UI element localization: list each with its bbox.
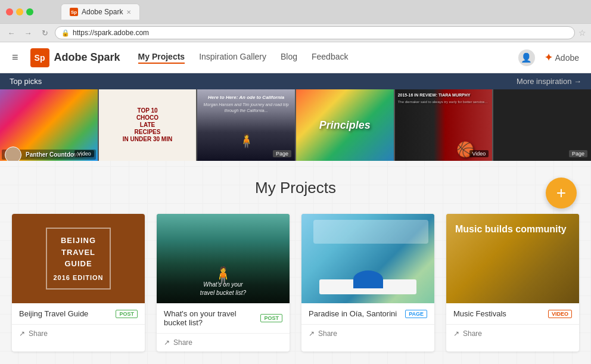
more-inspiration-link[interactable]: More inspiration → <box>517 77 581 86</box>
beijing-thumb-content: BEIJING TRAVEL GUIDE 2016 EDITION <box>46 228 110 290</box>
browser-tab[interactable]: Sp Adobe Spark ✕ <box>61 4 140 20</box>
minimize-button[interactable] <box>16 8 23 15</box>
projects-grid: BEIJING TRAVEL GUIDE 2016 EDITION Beijin… <box>12 214 579 351</box>
app-title: Adobe Spark <box>54 51 120 64</box>
travel-thumb-text: What's on yourtravel bucket list? <box>157 281 290 297</box>
project-thumb-santorini <box>301 214 434 303</box>
project-actions-music[interactable]: ↗ Share <box>446 325 579 343</box>
add-project-button[interactable]: + <box>546 178 577 209</box>
logo-icon: Sp <box>30 48 49 67</box>
project-title-music: Music Festivals <box>453 309 506 318</box>
forward-button[interactable]: → <box>21 26 35 39</box>
browser-chrome: Sp Adobe Spark ✕ ← → ↻ 🔒 https://spark.a… <box>0 0 591 42</box>
maximize-button[interactable] <box>26 8 33 15</box>
project-actions-santorini[interactable]: ↗ Share <box>301 325 434 343</box>
project-thumb-beijing: BEIJING TRAVEL GUIDE 2016 EDITION <box>12 214 145 303</box>
share-label-music: Share <box>463 329 482 338</box>
main-nav: My Projects Inspiration Gallery Blog Fee… <box>138 52 349 64</box>
music-thumb-text: Music builds community <box>455 223 567 236</box>
main-content: My Projects + BEIJING TRAVEL GUIDE 2016 … <box>0 161 591 364</box>
project-thumb-travel: 🧍 What's on yourtravel bucket list? <box>157 214 290 303</box>
project-card-music[interactable]: Music builds community Music Festivals V… <box>446 214 579 351</box>
adobe-icon: ✦ <box>545 52 552 63</box>
gallery-badge-1: Video <box>74 150 94 157</box>
share-icon-beijing: ↗ <box>19 329 25 338</box>
app-container: ≡ Sp Adobe Spark My Projects Inspiration… <box>0 42 591 364</box>
gallery-label-4: Principles <box>319 119 371 132</box>
traffic-lights <box>6 8 33 15</box>
gallery-item-5[interactable]: 2015-16 IN REVIEW: TIARA MURPHY The diem… <box>395 89 493 161</box>
project-badge-beijing: POST <box>116 310 138 318</box>
url-input[interactable]: 🔒 https://spark.adobe.com <box>55 26 575 39</box>
nav-blog[interactable]: Blog <box>281 52 297 64</box>
project-actions-travel[interactable]: ↗ Share <box>157 334 290 351</box>
share-label-santorini: Share <box>318 329 337 338</box>
nav-inspiration-gallery[interactable]: Inspiration Gallery <box>199 52 266 64</box>
top-picks-banner: Top picks More inspiration → <box>0 73 591 89</box>
back-button[interactable]: ← <box>5 26 18 39</box>
project-info-music: Music Festivals VIDEO <box>446 303 579 325</box>
gallery-item-4[interactable]: Principles <box>296 89 394 161</box>
share-label-travel: Share <box>173 338 192 347</box>
project-title-santorini: Paradise in Oía, Santorini <box>309 309 397 318</box>
gallery-badge-3: Page <box>273 150 291 157</box>
project-thumb-music: Music builds community <box>446 214 579 303</box>
section-title: My Projects <box>12 179 579 197</box>
share-icon-travel: ↗ <box>164 338 170 347</box>
adobe-label: Adobe <box>555 53 579 63</box>
address-bar: ← → ↻ 🔒 https://spark.adobe.com ☆ <box>0 23 591 42</box>
refresh-button[interactable]: ↻ <box>38 26 51 39</box>
url-text: https://spark.adobe.com <box>73 29 149 37</box>
share-label-beijing: Share <box>29 329 48 338</box>
tab-close-icon[interactable]: ✕ <box>126 9 131 15</box>
tab-title: Adobe Spark <box>82 8 123 16</box>
gallery-item-2[interactable]: TOP 10CHOCOLATERECIPESIN UNDER 30 MIN <box>99 89 197 161</box>
gallery-item-1[interactable]: Panther Countdown Video <box>0 89 98 161</box>
nav-my-projects[interactable]: My Projects <box>138 52 185 64</box>
user-icon[interactable]: 👤 <box>518 49 535 66</box>
project-title-beijing: Beijing Travel Guide <box>19 309 88 318</box>
gallery-badge-5: Video <box>469 150 489 157</box>
project-info-travel: What's on your travel bucket list? POST <box>157 303 290 334</box>
top-nav: ≡ Sp Adobe Spark My Projects Inspiration… <box>0 42 591 73</box>
title-bar: Sp Adobe Spark ✕ <box>0 0 591 23</box>
adobe-logo: ✦ Adobe <box>545 52 579 63</box>
project-actions-beijing[interactable]: ↗ Share <box>12 325 145 343</box>
tab-favicon: Sp <box>70 8 78 16</box>
project-badge-travel: POST <box>260 314 282 322</box>
project-card-santorini[interactable]: Paradise in Oía, Santorini PAGE ↗ Share <box>301 214 434 351</box>
project-badge-santorini: PAGE <box>405 310 427 318</box>
project-badge-music: VIDEO <box>548 310 572 318</box>
project-title-travel: What's on your travel bucket list? <box>164 309 260 327</box>
share-icon-santorini: ↗ <box>309 329 315 338</box>
close-button[interactable] <box>6 8 13 15</box>
bookmark-icon[interactable]: ☆ <box>578 28 586 38</box>
app-logo: Sp Adobe Spark <box>30 48 120 67</box>
project-info-santorini: Paradise in Oía, Santorini PAGE <box>301 303 434 325</box>
top-picks-label: Top picks <box>10 77 42 86</box>
project-info-beijing: Beijing Travel Guide POST <box>12 303 145 325</box>
menu-icon[interactable]: ≡ <box>12 51 18 64</box>
nav-feedback[interactable]: Feedback <box>312 52 348 64</box>
gallery-item-3[interactable]: Here to Here: An ode to California Morga… <box>197 89 295 161</box>
project-card-beijing[interactable]: BEIJING TRAVEL GUIDE 2016 EDITION Beijin… <box>12 214 145 351</box>
gallery-item-6[interactable]: Page <box>493 89 591 161</box>
gallery-label-2: TOP 10CHOCOLATERECIPESIN UNDER 30 MIN <box>120 104 175 146</box>
lock-icon: 🔒 <box>61 29 70 37</box>
gallery-badge-6: Page <box>569 150 587 157</box>
project-card-travel[interactable]: 🧍 What's on yourtravel bucket list? What… <box>157 214 290 351</box>
gallery-strip: Panther Countdown Video TOP 10CHOCOLATER… <box>0 89 591 161</box>
nav-right: 👤 ✦ Adobe <box>518 49 579 66</box>
share-icon-music: ↗ <box>453 329 459 338</box>
